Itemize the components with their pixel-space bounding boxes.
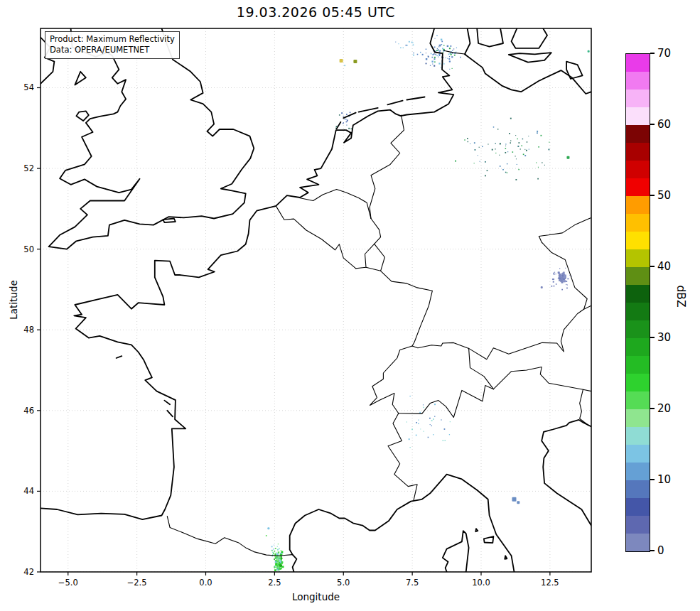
coastline-oleron xyxy=(167,411,173,417)
country-border-switzerland-germany xyxy=(412,342,469,348)
product-info-line2: Data: OPERA/EUMETNET xyxy=(50,45,175,55)
colorbar-tick xyxy=(650,195,655,195)
colorbar-segment xyxy=(626,463,650,480)
coastline-isle-of-man xyxy=(75,72,86,85)
colorbar-segment xyxy=(626,214,650,232)
country-border-france-germany xyxy=(381,271,433,346)
colorbar-tick-label: 10 xyxy=(657,475,671,485)
echo-cluster-north-germany-speckles xyxy=(455,118,549,180)
product-info-line1: Product: Maximum Reflectivity xyxy=(50,34,175,45)
coastline-elba xyxy=(484,536,494,543)
x-tick-label: 7.5 xyxy=(406,578,419,588)
echo-dot-tuscany-arc-2 xyxy=(517,501,519,504)
y-tick-label: 46 xyxy=(23,406,34,416)
echo-dot-north-sea-yellow-1 xyxy=(340,59,343,63)
colorbar-segment xyxy=(626,54,650,72)
colorbar-tick xyxy=(650,479,655,480)
coastline-great-britain xyxy=(49,28,254,249)
coastline-isle-of-wight xyxy=(163,219,176,223)
country-borders xyxy=(167,50,591,556)
coastline-zealand xyxy=(512,28,547,48)
echo-dot-brandenburg-green xyxy=(566,156,569,159)
country-border-france-belgium xyxy=(276,206,355,269)
colorbar-segment xyxy=(626,90,650,107)
colorbar-tick-label: 20 xyxy=(657,404,671,414)
coastline-continental-north-sea-atlantic xyxy=(41,28,453,519)
colorbar-tick-label: 50 xyxy=(657,190,671,201)
map-canvas: −5.0−2.50.02.55.07.510.012.5424446485052… xyxy=(0,0,700,611)
colorbar-tick-label: 60 xyxy=(657,119,671,130)
colorbar-segment xyxy=(626,143,650,161)
colorbar-tick xyxy=(650,408,655,409)
coastline-lolland-falster xyxy=(509,53,551,63)
colorbar-segment xyxy=(626,320,650,338)
coastlines xyxy=(41,28,591,572)
coastline-jutland-east-baltic xyxy=(465,28,591,94)
colorbar-segment xyxy=(626,338,650,356)
echo-dot-tuscany-arc-1 xyxy=(512,497,517,502)
radar-echoes xyxy=(266,35,590,574)
y-tick-label: 52 xyxy=(23,163,34,173)
coastline-wadden-3 xyxy=(359,108,378,112)
colorbar-segment xyxy=(626,534,650,551)
colorbar-segment xyxy=(626,427,650,445)
colorbar-segment xyxy=(626,374,650,391)
country-border-spain-france xyxy=(167,517,292,556)
x-tick-label: 12.5 xyxy=(541,578,559,588)
colorbar xyxy=(625,53,650,552)
coastline-spain-cap-de-creus xyxy=(293,555,297,572)
colorbar-tick xyxy=(650,266,655,266)
echo-dot-bavaria-speck xyxy=(541,286,543,288)
colorbar-tick xyxy=(650,124,655,124)
country-border-belgium-germany xyxy=(371,219,381,244)
y-tick-label: 54 xyxy=(23,82,34,92)
country-border-austria-germany xyxy=(469,309,584,359)
x-tick-label: 0.0 xyxy=(199,578,212,588)
colorbar-tick xyxy=(650,53,655,53)
colorbar-segment xyxy=(626,303,650,320)
colorbar-segment xyxy=(626,161,650,178)
x-tick-label: −5.0 xyxy=(58,578,78,588)
colorbar-tick-label: 0 xyxy=(657,546,664,556)
colorbar-segment xyxy=(626,356,650,374)
colorbar-segment xyxy=(626,267,650,285)
y-axis-label: Latitude xyxy=(8,261,19,339)
country-border-austria-italy xyxy=(493,367,591,391)
colorbar-tick-label: 40 xyxy=(657,261,671,272)
echo-dot-north-sea-yellow-2 xyxy=(353,60,357,63)
product-info-box: Product: Maximum Reflectivity Data: OPER… xyxy=(45,31,180,59)
x-axis-label: Longitude xyxy=(41,591,591,602)
colorbar-tick xyxy=(650,337,655,337)
radar-figure: −5.0−2.50.02.55.07.510.012.5424446485052… xyxy=(0,0,700,611)
country-border-switzerland-italy xyxy=(399,386,494,418)
colorbar-segment xyxy=(626,196,650,214)
coastline-wadden-2 xyxy=(343,113,355,118)
coastline-giglio xyxy=(505,556,507,559)
echo-dot-aude-speck-1 xyxy=(267,527,269,529)
y-tick-label: 48 xyxy=(23,325,34,335)
echo-dot-baltic-teal xyxy=(588,50,590,53)
echo-dot-aude-speck-2 xyxy=(266,535,267,536)
y-tick-label: 44 xyxy=(23,486,34,496)
coastline-anglesey xyxy=(76,111,88,121)
x-tick-label: 2.5 xyxy=(268,578,281,588)
colorbar-segment xyxy=(626,480,650,498)
colorbar-segment xyxy=(626,445,650,463)
colorbar-segment xyxy=(626,249,650,267)
x-tick-label: −2.5 xyxy=(127,578,147,588)
echo-cluster-czech-border-blob xyxy=(558,271,566,283)
coastline-ruegen xyxy=(566,62,583,79)
coastline-capraia xyxy=(475,529,478,531)
colorbar-segment xyxy=(626,107,650,125)
y-tick-label: 50 xyxy=(23,244,34,254)
axis-ticks: −5.0−2.50.02.55.07.510.012.5424446485052… xyxy=(23,82,559,588)
country-border-italy-slovenia xyxy=(580,389,588,426)
colorbar-segment xyxy=(626,178,650,196)
colorbar-segment xyxy=(626,285,650,303)
x-tick-label: 10.0 xyxy=(472,578,490,588)
country-border-france-italy xyxy=(388,413,417,500)
coastline-wadden-4 xyxy=(387,101,402,105)
country-border-czechia-north xyxy=(539,217,591,236)
colorbar-segment xyxy=(626,125,650,143)
country-border-netherlands-germany xyxy=(370,115,404,218)
